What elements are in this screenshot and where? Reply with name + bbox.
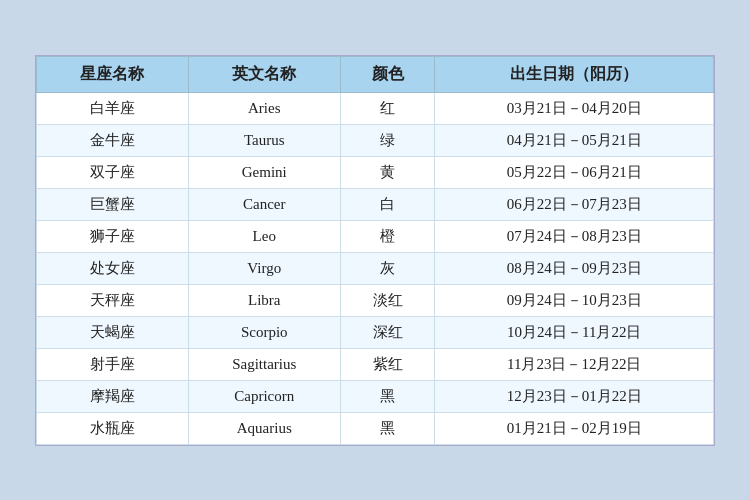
- header-dates: 出生日期（阳历）: [435, 56, 714, 92]
- cell-dates: 01月21日－02月19日: [435, 412, 714, 444]
- cell-english-name: Leo: [188, 220, 340, 252]
- zodiac-table-container: 星座名称 英文名称 颜色 出生日期（阳历） 白羊座Aries红03月21日－04…: [35, 55, 715, 446]
- header-chinese-name: 星座名称: [37, 56, 189, 92]
- cell-dates: 07月24日－08月23日: [435, 220, 714, 252]
- table-row: 白羊座Aries红03月21日－04月20日: [37, 92, 714, 124]
- cell-chinese-name: 摩羯座: [37, 380, 189, 412]
- zodiac-table: 星座名称 英文名称 颜色 出生日期（阳历） 白羊座Aries红03月21日－04…: [36, 56, 714, 445]
- cell-english-name: Gemini: [188, 156, 340, 188]
- cell-english-name: Virgo: [188, 252, 340, 284]
- cell-dates: 10月24日－11月22日: [435, 316, 714, 348]
- cell-chinese-name: 处女座: [37, 252, 189, 284]
- cell-english-name: Aquarius: [188, 412, 340, 444]
- cell-dates: 12月23日－01月22日: [435, 380, 714, 412]
- cell-chinese-name: 射手座: [37, 348, 189, 380]
- cell-color: 黄: [340, 156, 435, 188]
- cell-color: 橙: [340, 220, 435, 252]
- cell-color: 黑: [340, 412, 435, 444]
- cell-chinese-name: 天蝎座: [37, 316, 189, 348]
- cell-english-name: Aries: [188, 92, 340, 124]
- table-row: 狮子座Leo橙07月24日－08月23日: [37, 220, 714, 252]
- table-row: 天秤座Libra淡红09月24日－10月23日: [37, 284, 714, 316]
- cell-chinese-name: 巨蟹座: [37, 188, 189, 220]
- cell-color: 深红: [340, 316, 435, 348]
- cell-dates: 09月24日－10月23日: [435, 284, 714, 316]
- cell-english-name: Libra: [188, 284, 340, 316]
- cell-color: 黑: [340, 380, 435, 412]
- cell-chinese-name: 天秤座: [37, 284, 189, 316]
- cell-english-name: Scorpio: [188, 316, 340, 348]
- table-row: 水瓶座Aquarius黑01月21日－02月19日: [37, 412, 714, 444]
- cell-dates: 05月22日－06月21日: [435, 156, 714, 188]
- cell-color: 紫红: [340, 348, 435, 380]
- cell-dates: 11月23日－12月22日: [435, 348, 714, 380]
- cell-chinese-name: 狮子座: [37, 220, 189, 252]
- header-english-name: 英文名称: [188, 56, 340, 92]
- cell-chinese-name: 白羊座: [37, 92, 189, 124]
- cell-english-name: Taurus: [188, 124, 340, 156]
- cell-color: 灰: [340, 252, 435, 284]
- table-row: 处女座Virgo灰08月24日－09月23日: [37, 252, 714, 284]
- table-row: 射手座Sagittarius紫红11月23日－12月22日: [37, 348, 714, 380]
- table-row: 巨蟹座Cancer白06月22日－07月23日: [37, 188, 714, 220]
- table-row: 摩羯座Capricorn黑12月23日－01月22日: [37, 380, 714, 412]
- cell-chinese-name: 金牛座: [37, 124, 189, 156]
- cell-color: 白: [340, 188, 435, 220]
- cell-color: 绿: [340, 124, 435, 156]
- table-row: 天蝎座Scorpio深红10月24日－11月22日: [37, 316, 714, 348]
- cell-color: 红: [340, 92, 435, 124]
- cell-chinese-name: 水瓶座: [37, 412, 189, 444]
- table-row: 双子座Gemini黄05月22日－06月21日: [37, 156, 714, 188]
- cell-color: 淡红: [340, 284, 435, 316]
- cell-dates: 04月21日－05月21日: [435, 124, 714, 156]
- cell-english-name: Capricorn: [188, 380, 340, 412]
- cell-dates: 06月22日－07月23日: [435, 188, 714, 220]
- cell-english-name: Cancer: [188, 188, 340, 220]
- cell-english-name: Sagittarius: [188, 348, 340, 380]
- table-row: 金牛座Taurus绿04月21日－05月21日: [37, 124, 714, 156]
- table-body: 白羊座Aries红03月21日－04月20日金牛座Taurus绿04月21日－0…: [37, 92, 714, 444]
- cell-dates: 08月24日－09月23日: [435, 252, 714, 284]
- table-header-row: 星座名称 英文名称 颜色 出生日期（阳历）: [37, 56, 714, 92]
- header-color: 颜色: [340, 56, 435, 92]
- cell-chinese-name: 双子座: [37, 156, 189, 188]
- cell-dates: 03月21日－04月20日: [435, 92, 714, 124]
